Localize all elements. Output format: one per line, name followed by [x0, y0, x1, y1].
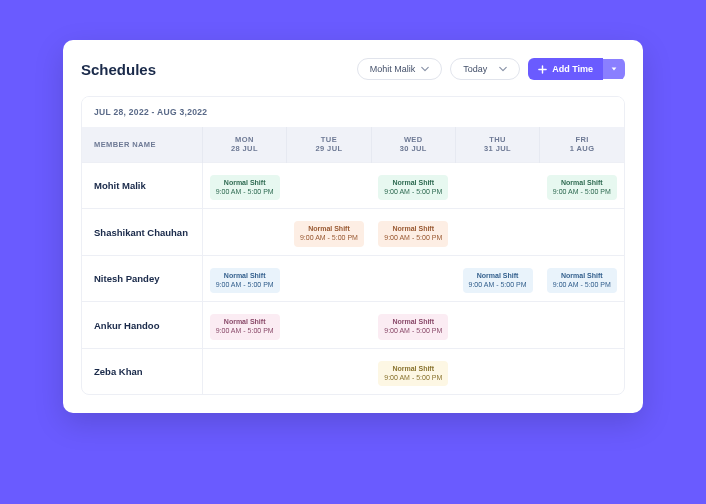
col-member-name: MEMBER NAME — [82, 127, 202, 162]
shift-time: 9:00 AM - 5:00 PM — [553, 188, 611, 197]
add-time-caret[interactable] — [603, 59, 625, 79]
schedules-card: Schedules Mohit Malik Today Add Ti — [63, 40, 643, 413]
schedule-panel: JUL 28, 2022 - AUG 3,2022 MEMBER NAME MO… — [81, 96, 625, 395]
shift-time: 9:00 AM - 5:00 PM — [216, 281, 274, 290]
member-name-cell: Nitesh Pandey — [82, 255, 202, 302]
date-select-value: Today — [463, 64, 487, 74]
shift-cell — [371, 255, 455, 302]
shift-name: Normal Shift — [392, 365, 434, 374]
shift-block[interactable]: Normal Shift9:00 AM - 5:00 PM — [547, 268, 617, 294]
shift-cell — [455, 209, 539, 256]
shift-name: Normal Shift — [308, 225, 350, 234]
shift-time: 9:00 AM - 5:00 PM — [384, 374, 442, 383]
col-day-2: WED 30 JUL — [371, 127, 455, 162]
page-title: Schedules — [81, 61, 349, 78]
shift-time: 9:00 AM - 5:00 PM — [384, 234, 442, 243]
shift-cell — [287, 348, 371, 394]
shift-block[interactable]: Normal Shift9:00 AM - 5:00 PM — [547, 175, 617, 201]
shift-cell — [202, 209, 287, 256]
table-row: Zeba KhanNormal Shift9:00 AM - 5:00 PM — [82, 348, 624, 394]
shift-block[interactable]: Normal Shift9:00 AM - 5:00 PM — [463, 268, 533, 294]
add-time-button[interactable]: Add Time — [528, 58, 625, 80]
shift-name: Normal Shift — [392, 318, 434, 327]
shift-cell: Normal Shift9:00 AM - 5:00 PM — [202, 302, 287, 349]
shift-block[interactable]: Normal Shift9:00 AM - 5:00 PM — [210, 314, 280, 340]
col-day-0: MON 28 JUL — [202, 127, 287, 162]
caret-down-icon — [610, 65, 618, 73]
shift-cell — [455, 302, 539, 349]
shift-block[interactable]: Normal Shift9:00 AM - 5:00 PM — [378, 361, 448, 387]
shift-block[interactable]: Normal Shift9:00 AM - 5:00 PM — [210, 175, 280, 201]
shift-cell — [540, 348, 624, 394]
chevron-down-icon — [499, 65, 507, 73]
shift-block[interactable]: Normal Shift9:00 AM - 5:00 PM — [378, 221, 448, 247]
shift-time: 9:00 AM - 5:00 PM — [384, 327, 442, 336]
shift-name: Normal Shift — [477, 272, 519, 281]
shift-cell: Normal Shift9:00 AM - 5:00 PM — [371, 162, 455, 209]
shift-cell — [455, 348, 539, 394]
shift-block[interactable]: Normal Shift9:00 AM - 5:00 PM — [210, 268, 280, 294]
shift-cell — [287, 255, 371, 302]
shift-cell: Normal Shift9:00 AM - 5:00 PM — [540, 162, 624, 209]
col-day-1: TUE 29 JUL — [287, 127, 371, 162]
shift-time: 9:00 AM - 5:00 PM — [216, 327, 274, 336]
shift-cell: Normal Shift9:00 AM - 5:00 PM — [455, 255, 539, 302]
member-name-cell: Ankur Handoo — [82, 302, 202, 349]
add-time-main[interactable]: Add Time — [528, 58, 603, 80]
table-row: Mohit MalikNormal Shift9:00 AM - 5:00 PM… — [82, 162, 624, 209]
shift-time: 9:00 AM - 5:00 PM — [300, 234, 358, 243]
shift-time: 9:00 AM - 5:00 PM — [216, 188, 274, 197]
shift-name: Normal Shift — [224, 272, 266, 281]
table-row: Nitesh PandeyNormal Shift9:00 AM - 5:00 … — [82, 255, 624, 302]
table-row: Ankur HandooNormal Shift9:00 AM - 5:00 P… — [82, 302, 624, 349]
shift-cell — [287, 302, 371, 349]
shift-name: Normal Shift — [224, 318, 266, 327]
header: Schedules Mohit Malik Today Add Ti — [81, 58, 625, 80]
add-time-label: Add Time — [552, 64, 593, 74]
shift-name: Normal Shift — [392, 225, 434, 234]
member-select[interactable]: Mohit Malik — [357, 58, 443, 80]
shift-cell: Normal Shift9:00 AM - 5:00 PM — [371, 348, 455, 394]
shift-cell — [540, 302, 624, 349]
chevron-down-icon — [421, 65, 429, 73]
shift-cell: Normal Shift9:00 AM - 5:00 PM — [202, 255, 287, 302]
shift-cell — [540, 209, 624, 256]
shift-name: Normal Shift — [392, 179, 434, 188]
shift-name: Normal Shift — [561, 179, 603, 188]
shift-cell — [455, 162, 539, 209]
shift-block[interactable]: Normal Shift9:00 AM - 5:00 PM — [294, 221, 364, 247]
member-name-cell: Shashikant Chauhan — [82, 209, 202, 256]
shift-cell: Normal Shift9:00 AM - 5:00 PM — [202, 162, 287, 209]
shift-time: 9:00 AM - 5:00 PM — [469, 281, 527, 290]
shift-time: 9:00 AM - 5:00 PM — [384, 188, 442, 197]
shift-cell — [287, 162, 371, 209]
shift-time: 9:00 AM - 5:00 PM — [553, 281, 611, 290]
shift-name: Normal Shift — [561, 272, 603, 281]
shift-cell: Normal Shift9:00 AM - 5:00 PM — [540, 255, 624, 302]
member-name-cell: Zeba Khan — [82, 348, 202, 394]
shift-block[interactable]: Normal Shift9:00 AM - 5:00 PM — [378, 175, 448, 201]
shift-block[interactable]: Normal Shift9:00 AM - 5:00 PM — [378, 314, 448, 340]
member-select-value: Mohit Malik — [370, 64, 416, 74]
shift-cell: Normal Shift9:00 AM - 5:00 PM — [287, 209, 371, 256]
plus-icon — [538, 65, 547, 74]
table-header-row: MEMBER NAME MON 28 JUL TUE 29 JUL WED 30… — [82, 127, 624, 162]
shift-cell: Normal Shift9:00 AM - 5:00 PM — [371, 209, 455, 256]
shift-cell — [202, 348, 287, 394]
date-range: JUL 28, 2022 - AUG 3,2022 — [82, 97, 624, 127]
date-select[interactable]: Today — [450, 58, 520, 80]
shift-name: Normal Shift — [224, 179, 266, 188]
table-row: Shashikant ChauhanNormal Shift9:00 AM - … — [82, 209, 624, 256]
schedule-table: MEMBER NAME MON 28 JUL TUE 29 JUL WED 30… — [82, 127, 624, 394]
shift-cell: Normal Shift9:00 AM - 5:00 PM — [371, 302, 455, 349]
col-day-4: FRI 1 AUG — [540, 127, 624, 162]
col-day-3: THU 31 JUL — [455, 127, 539, 162]
member-name-cell: Mohit Malik — [82, 162, 202, 209]
